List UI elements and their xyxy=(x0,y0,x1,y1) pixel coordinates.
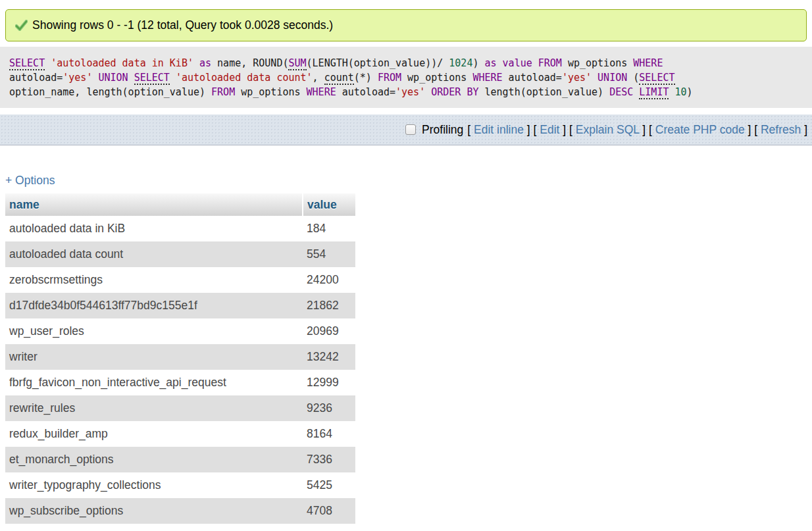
sql-token: ) xyxy=(687,86,693,98)
results-table-head: name value xyxy=(5,193,355,216)
sql-token: (*) xyxy=(354,72,378,84)
sql-token: ) xyxy=(472,57,484,69)
value-cell: 554 xyxy=(303,241,355,267)
name-cell: wp_user_roles xyxy=(5,318,303,344)
profiling-checkbox[interactable] xyxy=(405,124,416,135)
name-cell: fbrfg_favicon_non_interactive_api_reques… xyxy=(5,370,303,395)
header-row: name value xyxy=(5,193,355,216)
sql-token: 1024 xyxy=(449,57,472,69)
sql-token: 'yes' xyxy=(63,72,92,84)
sql-token: (LENGTH(option_value))/ xyxy=(307,57,449,69)
sql-token: count xyxy=(324,72,354,85)
sql-keyword: WHERE xyxy=(633,57,663,69)
sql-keyword: SELECT xyxy=(134,72,170,85)
refresh-link[interactable]: Refresh xyxy=(761,123,801,136)
name-cell: rewrite_rules xyxy=(5,395,303,421)
success-message-text: Showing rows 0 - -1 (12 total, Query too… xyxy=(32,18,333,32)
sql-keyword: SELECT xyxy=(639,72,674,85)
value-cell: 7336 xyxy=(303,447,355,472)
sql-keyword: UNION xyxy=(98,72,128,84)
results-table: name value autoloaded data in KiB184auto… xyxy=(5,193,355,524)
value-cell: 21862 xyxy=(303,293,355,318)
value-cell: 20969 xyxy=(303,318,355,344)
sql-token: autoload= xyxy=(503,72,562,84)
sql-keyword: FROM xyxy=(378,72,401,84)
name-cell: wp_subscribe_options xyxy=(5,498,303,524)
table-row: wp_subscribe_options4708 xyxy=(5,498,355,524)
options-toggle[interactable]: + Options xyxy=(5,174,55,188)
sql-token: 'autoloaded data in KiB' xyxy=(51,57,193,69)
sql-token xyxy=(45,57,51,69)
name-cell: autoloaded data count xyxy=(5,241,303,267)
table-row: wp_user_roles20969 xyxy=(5,318,355,344)
explain-sql-link[interactable]: Explain SQL xyxy=(576,123,640,136)
table-row: et_monarch_options7336 xyxy=(5,447,355,472)
sql-token xyxy=(497,57,503,69)
column-header-value[interactable]: value xyxy=(303,193,355,216)
sql-token xyxy=(425,86,431,98)
results-table-body: autoloaded data in KiB184autoloaded data… xyxy=(5,216,355,524)
name-cell: autoloaded data in KiB xyxy=(5,216,303,241)
value-cell: 5425 xyxy=(303,472,355,498)
sql-keyword: ORDER BY xyxy=(431,86,478,98)
value-cell: 184 xyxy=(303,216,355,241)
table-row: zerobscrmsettings24200 xyxy=(5,267,355,293)
success-message: Showing rows 0 - -1 (12 total, Query too… xyxy=(5,9,807,41)
sql-token xyxy=(128,72,134,84)
value-cell: 8164 xyxy=(303,421,355,447)
table-row: redux_builder_amp8164 xyxy=(5,421,355,447)
sql-token: 'yes' xyxy=(395,86,425,98)
table-row: autoloaded data count554 xyxy=(5,241,355,267)
sql-keyword: SELECT xyxy=(9,57,45,70)
column-header-name[interactable]: name xyxy=(5,193,303,216)
edit-inline-link[interactable]: Edit inline xyxy=(474,123,524,136)
sql-token: 'autoloaded data count' xyxy=(176,72,313,84)
sql-token: ( xyxy=(627,72,639,84)
table-row: rewrite_rules9236 xyxy=(5,395,355,421)
name-cell: zerobscrmsettings xyxy=(5,267,303,293)
sql-token: autoload= xyxy=(9,72,63,84)
edit-link[interactable]: Edit xyxy=(540,123,559,136)
sql-keyword: FROM xyxy=(211,86,235,98)
sql-line: option_name, length(option_value) FROM w… xyxy=(9,85,803,99)
sql-keyword: LIMIT xyxy=(639,86,669,99)
toolbar-link-brackets: [ Edit ] xyxy=(534,123,567,136)
sql-token: , xyxy=(313,72,324,84)
sql-token: wp_options xyxy=(401,72,472,84)
table-row: writer_typography_collections5425 xyxy=(5,472,355,498)
sql-line: SELECT 'autoloaded data in KiB' as name,… xyxy=(9,56,803,70)
success-check-icon xyxy=(15,20,28,31)
sql-token xyxy=(633,86,639,98)
table-row: d17dfde34b0f544613ff77bd9c155e1f21862 xyxy=(5,293,355,318)
sql-token xyxy=(532,57,538,69)
sql-token: length(option_value) xyxy=(478,86,609,98)
toolbar-links: [ Edit inline ] [ Edit ] [ Explain SQL ]… xyxy=(467,123,807,137)
value-cell: 12999 xyxy=(303,370,355,395)
sql-keyword: FROM xyxy=(538,57,562,69)
sql-keyword: UNION xyxy=(597,72,627,84)
sql-token: option_name, length(option_value) xyxy=(9,86,211,98)
create-php-code-link[interactable]: Create PHP code xyxy=(655,123,745,136)
query-toolbar: Profiling [ Edit inline ] [ Edit ] [ Exp… xyxy=(0,114,812,145)
sql-keyword: WHERE xyxy=(472,72,502,84)
sql-token: 'yes' xyxy=(562,72,592,84)
table-row: writer13242 xyxy=(5,344,355,370)
name-cell: et_monarch_options xyxy=(5,447,303,472)
sql-keyword: as xyxy=(485,57,497,69)
sql-token: name, ROUND( xyxy=(211,57,288,69)
sql-token: wp_options xyxy=(562,57,633,69)
value-cell: 9236 xyxy=(303,395,355,421)
toolbar-link-brackets: [ Create PHP code ] xyxy=(649,123,751,136)
table-row: autoloaded data in KiB184 xyxy=(5,216,355,241)
sql-query: SELECT 'autoloaded data in KiB' as name,… xyxy=(0,47,812,108)
value-cell: 13242 xyxy=(303,344,355,370)
name-cell: redux_builder_amp xyxy=(5,421,303,447)
name-cell: d17dfde34b0f544613ff77bd9c155e1f xyxy=(5,293,303,318)
sql-keyword: SUM xyxy=(288,57,306,70)
toolbar-link-brackets: [ Edit inline ] xyxy=(467,123,530,136)
value-cell: 4708 xyxy=(303,498,355,524)
value-cell: 24200 xyxy=(303,267,355,293)
profiling-label: Profiling xyxy=(422,123,463,137)
name-cell: writer_typography_collections xyxy=(5,472,303,498)
sql-keyword: as xyxy=(199,57,211,69)
